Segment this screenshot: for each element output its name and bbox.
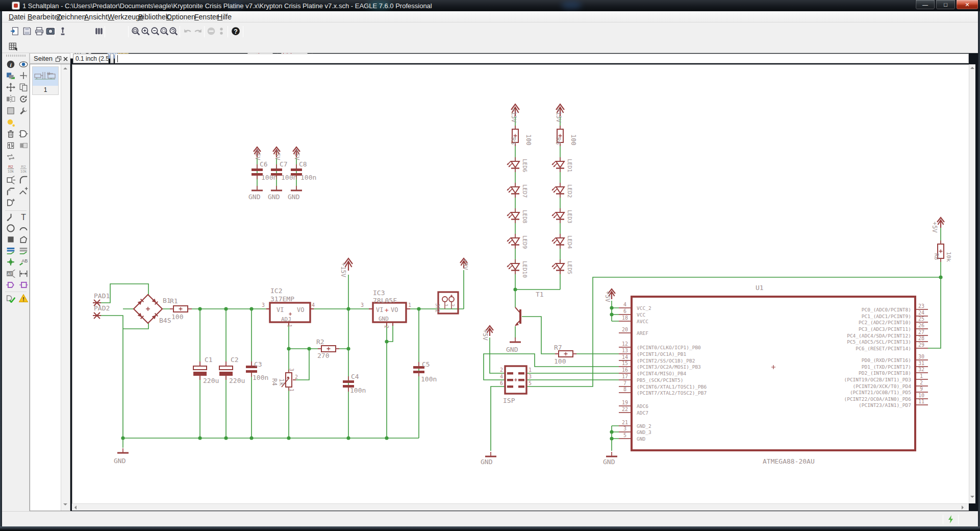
menu-fenster[interactable]: Fenster xyxy=(194,13,218,21)
undo-icon[interactable] xyxy=(183,27,192,36)
port-icon[interactable] xyxy=(6,280,15,289)
zoomsel-icon[interactable] xyxy=(160,27,169,36)
port2-icon[interactable] xyxy=(19,280,28,289)
arc-icon[interactable] xyxy=(19,224,28,233)
scroll-left-icon[interactable] xyxy=(74,505,77,510)
image-icon[interactable] xyxy=(46,27,55,36)
copy-icon[interactable] xyxy=(19,83,28,92)
zoomout-icon[interactable] xyxy=(150,27,160,36)
pages-panel-scrollbar[interactable] xyxy=(61,64,69,511)
junction-dot xyxy=(121,436,124,440)
schematic-text: GND xyxy=(603,458,615,466)
miter2-icon[interactable] xyxy=(6,187,15,196)
scroll-down-icon[interactable] xyxy=(970,496,974,498)
command-input[interactable] xyxy=(115,54,969,63)
zoomin-icon[interactable] xyxy=(141,27,150,36)
record-icon[interactable] xyxy=(217,27,226,36)
schematic-text: 20 xyxy=(622,327,628,332)
text-icon[interactable]: T xyxy=(19,212,28,222)
mark-icon[interactable] xyxy=(19,71,28,80)
wire-icon[interactable] xyxy=(6,212,15,222)
pinswap-icon[interactable] xyxy=(6,141,15,150)
page-thumbnail[interactable]: 1 xyxy=(32,66,59,95)
zoomfit-icon[interactable] xyxy=(131,27,140,36)
schematic-text: C1 xyxy=(205,356,213,364)
palette-grip[interactable] xyxy=(6,55,27,57)
command-grip[interactable] xyxy=(110,54,114,63)
menu-optionen[interactable]: Optionen xyxy=(166,13,195,21)
led-symbol xyxy=(556,263,564,270)
stop-icon[interactable] xyxy=(207,27,216,36)
schematic-text: 4 xyxy=(623,302,626,307)
eye-icon[interactable] xyxy=(19,60,28,69)
name-icon[interactable]: R210k xyxy=(6,164,15,173)
pages-panel-header[interactable]: Seiten xyxy=(30,53,70,64)
schematic-canvas[interactable]: PAD1PAD2B1B4SR1100C1220uC2220uC3100nIC23… xyxy=(72,64,969,503)
cut-icon[interactable] xyxy=(6,118,15,127)
redo-icon[interactable] xyxy=(193,27,203,36)
title-bar[interactable]: 1 Schaltplan - C:\Users\Predator\Documen… xyxy=(0,0,980,11)
page-thumbnail-label[interactable]: 1 xyxy=(33,86,58,94)
errors-icon[interactable]: ! xyxy=(19,294,28,303)
horizontal-scrollbar[interactable] xyxy=(72,503,969,511)
menu-datei[interactable]: Datei xyxy=(9,13,26,21)
dimension-icon[interactable] xyxy=(19,269,28,278)
help-icon[interactable]: ? xyxy=(231,27,240,36)
miter-icon[interactable] xyxy=(19,175,28,184)
scroll-down-icon[interactable] xyxy=(63,503,67,505)
value-icon[interactable]: R210k xyxy=(19,164,28,173)
maximize-button[interactable]: □ xyxy=(936,0,956,10)
attribute-icon[interactable]: AT xyxy=(6,269,15,278)
group-icon[interactable] xyxy=(6,106,15,115)
scroll-up-icon[interactable] xyxy=(63,67,67,69)
svg-text:!: ! xyxy=(22,296,24,302)
isp-pin xyxy=(507,385,513,388)
junction-icon[interactable] xyxy=(6,257,15,267)
jp2-pin xyxy=(449,297,454,302)
float-panel-icon[interactable] xyxy=(56,56,61,62)
close-button[interactable]: ✕ xyxy=(956,0,978,10)
zoomredraw-icon[interactable] xyxy=(169,27,178,36)
bus-icon[interactable] xyxy=(6,246,15,255)
change-icon[interactable] xyxy=(19,106,28,115)
schematic-text: PC3_(ADC3/PCINT11) xyxy=(859,326,911,332)
label-icon[interactable]: AB xyxy=(19,257,28,267)
print-icon[interactable] xyxy=(35,27,44,36)
close-panel-icon[interactable] xyxy=(63,56,68,62)
bars-icon[interactable] xyxy=(94,27,104,36)
move-icon[interactable] xyxy=(6,83,15,92)
schematic-text: +5V xyxy=(604,291,611,302)
save-icon[interactable] xyxy=(22,27,32,36)
svg-text:10k: 10k xyxy=(20,169,27,173)
add-icon[interactable] xyxy=(19,129,28,138)
replace-icon[interactable] xyxy=(19,141,28,150)
scroll-right-icon[interactable] xyxy=(962,505,964,510)
import-icon[interactable] xyxy=(10,27,19,36)
menu-bibliothek[interactable]: Bibliothek xyxy=(138,13,169,21)
junction-dot xyxy=(346,307,350,310)
mirror-icon[interactable] xyxy=(6,94,15,104)
smash-icon[interactable] xyxy=(6,175,15,184)
polygon-icon[interactable] xyxy=(19,235,28,244)
vertical-scrollbar[interactable] xyxy=(969,64,975,503)
split-icon[interactable] xyxy=(19,187,28,196)
erc-icon[interactable] xyxy=(6,294,15,303)
menu-hilfe[interactable]: Hilfe xyxy=(217,13,232,21)
scroll-up-icon[interactable] xyxy=(970,67,974,69)
rotate-icon[interactable] xyxy=(19,94,28,104)
schematic-text: GND xyxy=(268,193,280,201)
menu-zeichnen[interactable]: Zeichnen xyxy=(57,13,86,21)
delete-icon[interactable] xyxy=(6,129,15,138)
display-icon[interactable] xyxy=(6,71,15,80)
info-icon[interactable]: i xyxy=(6,60,15,69)
invoke-icon[interactable] xyxy=(6,198,15,207)
minimize-button[interactable]: — xyxy=(915,0,935,10)
schematic-text: (PCINT1/OC1A)_PB1 xyxy=(637,351,687,357)
net-icon[interactable] xyxy=(19,246,28,255)
grid-icon[interactable] xyxy=(8,42,17,51)
gateswap-icon[interactable] xyxy=(6,152,15,161)
rect-icon[interactable] xyxy=(6,235,15,244)
circle-icon[interactable] xyxy=(6,224,15,233)
menu-ansicht[interactable]: Ansicht xyxy=(84,13,108,21)
pin-icon[interactable] xyxy=(58,27,67,36)
